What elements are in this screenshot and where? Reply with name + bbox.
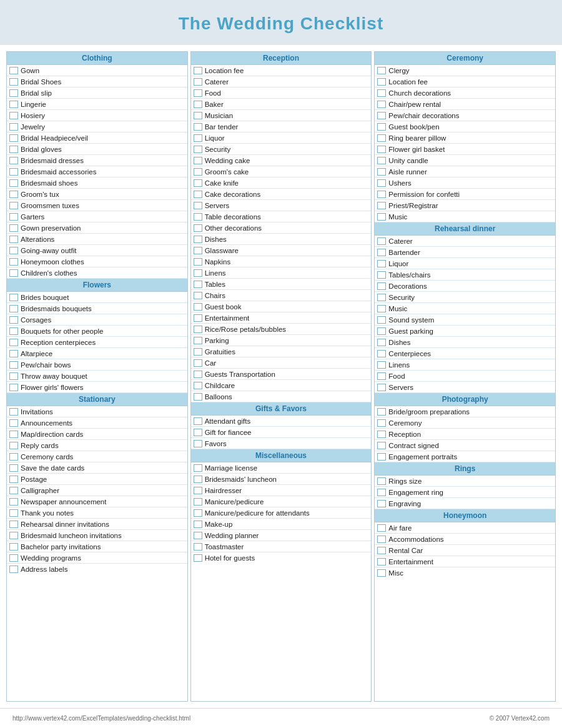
checkbox[interactable]: [9, 191, 18, 198]
checkbox[interactable]: [377, 237, 386, 245]
checkbox[interactable]: [9, 487, 18, 494]
checkbox[interactable]: [377, 350, 386, 357]
checkbox[interactable]: [377, 305, 386, 312]
checkbox[interactable]: [194, 157, 202, 164]
checkbox[interactable]: [377, 316, 386, 324]
checkbox[interactable]: [194, 213, 202, 221]
checkbox[interactable]: [194, 464, 202, 472]
checkbox[interactable]: [194, 258, 202, 266]
checkbox[interactable]: [9, 224, 18, 232]
checkbox[interactable]: [194, 554, 202, 562]
checkbox[interactable]: [377, 101, 386, 108]
checkbox[interactable]: [377, 191, 386, 198]
checkbox[interactable]: [9, 453, 18, 461]
checkbox[interactable]: [377, 453, 386, 461]
checkbox[interactable]: [194, 146, 202, 153]
checkbox[interactable]: [377, 213, 386, 221]
checkbox[interactable]: [194, 292, 202, 299]
checkbox[interactable]: [9, 372, 18, 380]
checkbox[interactable]: [194, 281, 202, 288]
checkbox[interactable]: [9, 202, 18, 209]
checkbox[interactable]: [194, 78, 202, 86]
checkbox[interactable]: [377, 294, 386, 301]
checkbox[interactable]: [377, 431, 386, 438]
checkbox[interactable]: [9, 269, 18, 277]
checkbox[interactable]: [9, 168, 18, 176]
checkbox[interactable]: [377, 477, 386, 485]
checkbox[interactable]: [377, 408, 386, 416]
checkbox[interactable]: [9, 101, 18, 108]
checkbox[interactable]: [194, 393, 202, 401]
checkbox[interactable]: [377, 168, 386, 176]
checkbox[interactable]: [194, 202, 202, 209]
checkbox[interactable]: [194, 348, 202, 356]
checkbox[interactable]: [194, 532, 202, 539]
checkbox[interactable]: [9, 543, 18, 551]
checkbox[interactable]: [194, 440, 202, 447]
checkbox[interactable]: [377, 524, 386, 532]
checkbox[interactable]: [9, 89, 18, 97]
checkbox[interactable]: [9, 78, 18, 86]
checkbox[interactable]: [377, 419, 386, 427]
checkbox[interactable]: [9, 361, 18, 369]
checkbox[interactable]: [9, 419, 18, 427]
checkbox[interactable]: [194, 337, 202, 344]
checkbox[interactable]: [9, 521, 18, 528]
checkbox[interactable]: [194, 67, 202, 74]
checkbox[interactable]: [194, 476, 202, 483]
checkbox[interactable]: [194, 89, 202, 97]
checkbox[interactable]: [377, 327, 386, 335]
checkbox[interactable]: [194, 417, 202, 425]
checkbox[interactable]: [9, 213, 18, 221]
checkbox[interactable]: [194, 487, 202, 494]
checkbox[interactable]: [194, 326, 202, 333]
checkbox[interactable]: [377, 202, 386, 209]
checkbox[interactable]: [377, 271, 386, 279]
checkbox[interactable]: [9, 408, 18, 416]
checkbox[interactable]: [9, 179, 18, 187]
checkbox[interactable]: [9, 146, 18, 153]
checkbox[interactable]: [377, 123, 386, 131]
checkbox[interactable]: [377, 361, 386, 369]
checkbox[interactable]: [9, 554, 18, 562]
checkbox[interactable]: [194, 303, 202, 311]
checkbox[interactable]: [9, 431, 18, 438]
checkbox[interactable]: [377, 384, 386, 391]
checkbox[interactable]: [9, 476, 18, 483]
checkbox[interactable]: [377, 536, 386, 543]
checkbox[interactable]: [194, 509, 202, 517]
checkbox[interactable]: [377, 442, 386, 449]
checkbox[interactable]: [9, 464, 18, 472]
checkbox[interactable]: [377, 67, 386, 74]
checkbox[interactable]: [194, 236, 202, 243]
checkbox[interactable]: [194, 224, 202, 232]
checkbox[interactable]: [9, 566, 18, 573]
checkbox[interactable]: [9, 67, 18, 74]
checkbox[interactable]: [194, 179, 202, 187]
checkbox[interactable]: [9, 532, 18, 539]
checkbox[interactable]: [377, 112, 386, 119]
checkbox[interactable]: [377, 146, 386, 153]
checkbox[interactable]: [377, 339, 386, 346]
checkbox[interactable]: [377, 547, 386, 554]
checkbox[interactable]: [377, 372, 386, 380]
checkbox[interactable]: [9, 350, 18, 357]
checkbox[interactable]: [194, 371, 202, 378]
checkbox[interactable]: [194, 359, 202, 367]
checkbox[interactable]: [377, 78, 386, 86]
checkbox[interactable]: [9, 236, 18, 243]
checkbox[interactable]: [194, 269, 202, 277]
checkbox[interactable]: [9, 339, 18, 346]
checkbox[interactable]: [377, 179, 386, 187]
checkbox[interactable]: [194, 247, 202, 254]
checkbox[interactable]: [377, 500, 386, 507]
checkbox[interactable]: [377, 569, 386, 577]
checkbox[interactable]: [194, 498, 202, 506]
checkbox[interactable]: [9, 123, 18, 131]
checkbox[interactable]: [9, 134, 18, 142]
checkbox[interactable]: [9, 442, 18, 449]
checkbox[interactable]: [9, 384, 18, 391]
checkbox[interactable]: [377, 282, 386, 290]
checkbox[interactable]: [377, 558, 386, 566]
checkbox[interactable]: [194, 429, 202, 436]
